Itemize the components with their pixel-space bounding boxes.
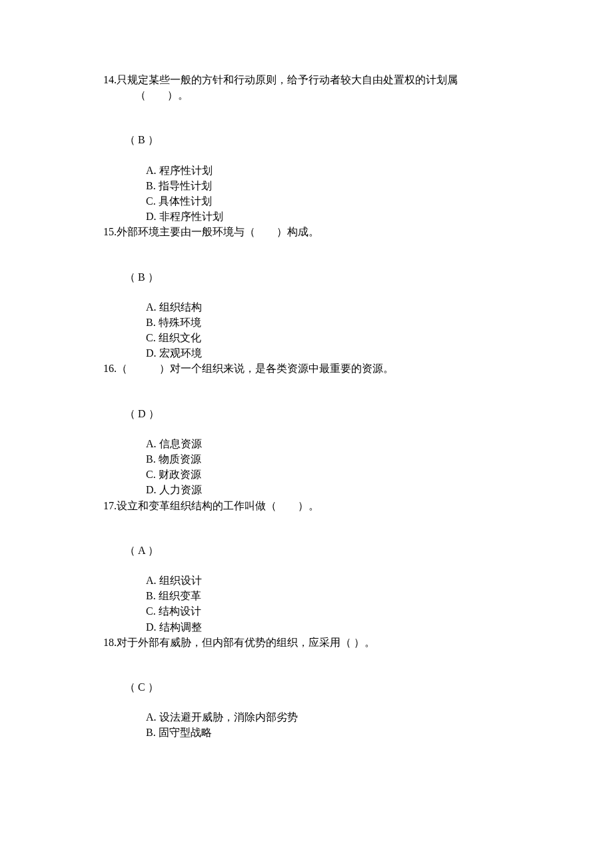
option-text: 物质资源	[159, 451, 201, 467]
option-text: 设法避开威胁，消除内部劣势	[159, 709, 298, 725]
option-label: A.	[146, 573, 159, 588]
option-label: B.	[146, 451, 159, 467]
option-text: 宏观环境	[159, 345, 202, 361]
option-c: C. 结构设计	[146, 603, 510, 619]
option-b: B. 固守型战略	[146, 725, 510, 740]
option-text: 组织结构	[159, 299, 202, 315]
option-label: D.	[146, 209, 159, 224]
question-answer: （ A ）	[103, 543, 510, 558]
option-d: D. 人力资源	[146, 482, 510, 497]
option-text: 固守型战略	[159, 725, 212, 740]
option-text: 具体性计划	[159, 193, 212, 209]
option-label: A.	[146, 436, 159, 451]
option-text: 指导性计划	[159, 178, 212, 193]
option-b: B. 物质资源	[146, 451, 510, 467]
option-d: D. 结构调整	[146, 619, 510, 635]
question-options: A. 组织设计 B. 组织变革 C. 结构设计 D. 结构调整	[103, 573, 510, 635]
question-options: A. 信息资源 B. 物质资源 C. 财政资源 D. 人力资源	[103, 436, 510, 498]
question-stem: 14. 只规定某些一般的方针和行动原则，给予行动者较大自由处置权的计划属	[103, 72, 510, 87]
option-text: 组织设计	[159, 573, 202, 588]
question-text: 对于外部有威胁，但内部有优势的组织，应采用（ ）。	[117, 635, 510, 650]
question-stem: 16. （ ）对一个组织来说，是各类资源中最重要的资源。	[103, 361, 510, 376]
option-label: B.	[146, 588, 159, 603]
question-17: 17. 设立和变革组织结构的工作叫做（ ）。 （ A ） A. 组织设计 B. …	[103, 498, 510, 635]
question-answer: （ C ）	[103, 679, 510, 695]
option-b: B. 指导性计划	[146, 178, 510, 193]
option-text: 人力资源	[159, 482, 202, 497]
option-label: B.	[146, 178, 159, 193]
option-text: 财政资源	[159, 467, 201, 482]
question-options: A. 程序性计划 B. 指导性计划 C. 具体性计划 D. 非程序性计划	[103, 163, 510, 225]
question-answer: （ B ）	[103, 132, 510, 147]
question-text: 设立和变革组织结构的工作叫做（ ）。	[117, 498, 510, 513]
question-16: 16. （ ）对一个组织来说，是各类资源中最重要的资源。 （ D ） A. 信息…	[103, 361, 510, 497]
option-label: C.	[146, 330, 159, 345]
option-text: 组织文化	[159, 330, 201, 345]
question-answer: （ B ）	[103, 269, 510, 285]
question-answer: （ D ）	[103, 406, 510, 421]
question-18: 18. 对于外部有威胁，但内部有优势的组织，应采用（ ）。 （ C ） A. 设…	[103, 635, 510, 741]
question-text: 外部环境主要由一般环境与（ ）构成。	[117, 224, 510, 239]
option-c: C. 财政资源	[146, 467, 510, 482]
question-text: 只规定某些一般的方针和行动原则，给予行动者较大自由处置权的计划属	[117, 72, 510, 87]
option-label: C.	[146, 603, 159, 619]
option-label: A.	[146, 299, 159, 315]
option-label: C.	[146, 467, 159, 482]
question-stem: 17. 设立和变革组织结构的工作叫做（ ）。	[103, 498, 510, 513]
option-a: A. 信息资源	[146, 436, 510, 451]
option-label: B.	[146, 725, 159, 740]
option-text: 信息资源	[159, 436, 202, 451]
option-text: 程序性计划	[159, 163, 213, 178]
option-label: D.	[146, 482, 159, 497]
option-b: B. 组织变革	[146, 588, 510, 603]
question-15: 15. 外部环境主要由一般环境与（ ）构成。 （ B ） A. 组织结构 B. …	[103, 224, 510, 361]
question-14: 14. 只规定某些一般的方针和行动原则，给予行动者较大自由处置权的计划属 （ ）…	[103, 72, 510, 224]
question-number: 15.	[103, 224, 117, 239]
option-d: D. 非程序性计划	[146, 209, 510, 224]
option-text: 结构调整	[159, 619, 202, 635]
option-a: A. 组织结构	[146, 299, 510, 315]
option-a: A. 组织设计	[146, 573, 510, 588]
option-a: A. 程序性计划	[146, 163, 510, 178]
option-text: 特殊环境	[159, 315, 201, 330]
option-d: D. 宏观环境	[146, 345, 510, 361]
option-text: 结构设计	[159, 603, 201, 619]
question-text: （ ）对一个组织来说，是各类资源中最重要的资源。	[117, 361, 510, 376]
option-label: A.	[146, 163, 159, 178]
option-label: A.	[146, 709, 159, 725]
option-c: C. 组织文化	[146, 330, 510, 345]
question-number: 18.	[103, 635, 117, 650]
option-a: A. 设法避开威胁，消除内部劣势	[146, 709, 510, 725]
option-text: 非程序性计划	[159, 209, 223, 224]
question-continuation: （ ）。	[103, 87, 510, 103]
question-number: 17.	[103, 498, 117, 513]
option-label: D.	[146, 345, 159, 361]
question-number: 14.	[103, 72, 117, 87]
question-options: A. 设法避开威胁，消除内部劣势 B. 固守型战略	[103, 709, 510, 740]
question-stem: 15. 外部环境主要由一般环境与（ ）构成。	[103, 224, 510, 239]
question-options: A. 组织结构 B. 特殊环境 C. 组织文化 D. 宏观环境	[103, 299, 510, 361]
option-b: B. 特殊环境	[146, 315, 510, 330]
option-label: B.	[146, 315, 159, 330]
option-label: C.	[146, 193, 159, 209]
question-stem: 18. 对于外部有威胁，但内部有优势的组织，应采用（ ）。	[103, 635, 510, 650]
option-label: D.	[146, 619, 159, 635]
option-c: C. 具体性计划	[146, 193, 510, 209]
question-number: 16.	[103, 361, 117, 376]
option-text: 组织变革	[159, 588, 201, 603]
page-content: 14. 只规定某些一般的方针和行动原则，给予行动者较大自由处置权的计划属 （ ）…	[0, 0, 613, 740]
